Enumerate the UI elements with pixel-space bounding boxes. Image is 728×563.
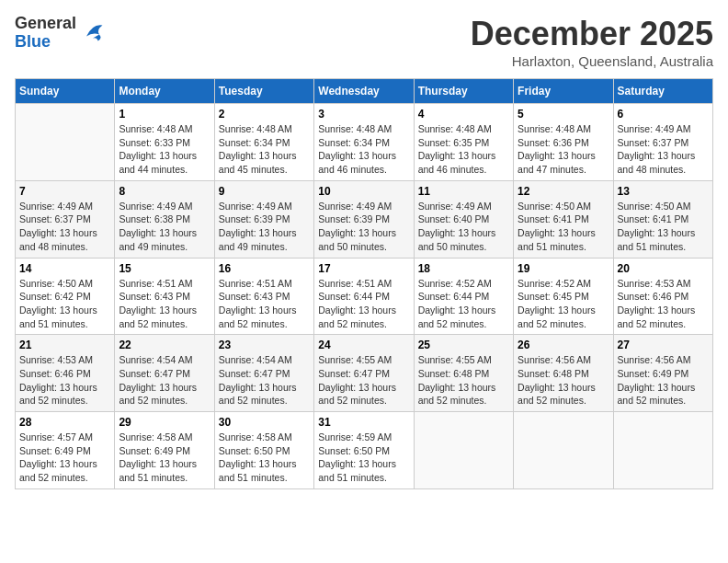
daylight-line2: and 51 minutes.: [119, 471, 210, 485]
day-number: 25: [418, 339, 509, 351]
day-number: 4: [418, 108, 509, 121]
sunrise-text: Sunrise: 4:51 AM: [219, 277, 310, 291]
day-info: Sunrise: 4:49 AMSunset: 6:37 PMDaylight:…: [19, 200, 110, 254]
day-number: 12: [518, 185, 609, 198]
daylight-line1: Daylight: 13 hours: [318, 226, 409, 240]
sunset-text: Sunset: 6:40 PM: [418, 213, 509, 226]
daylight-line1: Daylight: 13 hours: [418, 149, 509, 163]
day-info: Sunrise: 4:55 AMSunset: 6:48 PMDaylight:…: [418, 353, 509, 408]
calendar-cell: 27Sunrise: 4:56 AMSunset: 6:49 PMDayligh…: [613, 335, 712, 412]
calendar-cell: 11Sunrise: 4:49 AMSunset: 6:40 PMDayligh…: [414, 180, 513, 258]
daylight-line1: Daylight: 13 hours: [518, 149, 609, 163]
header-tuesday: Tuesday: [214, 79, 313, 104]
calendar-cell: 8Sunrise: 4:49 AMSunset: 6:38 PMDaylight…: [115, 180, 214, 258]
daylight-line2: and 52 minutes.: [318, 394, 409, 408]
day-info: Sunrise: 4:58 AMSunset: 6:50 PMDaylight:…: [219, 431, 310, 485]
daylight-line1: Daylight: 13 hours: [119, 226, 210, 240]
sunrise-text: Sunrise: 4:56 AM: [618, 353, 709, 367]
daylight-line2: and 45 minutes.: [219, 163, 310, 177]
header-friday: Friday: [514, 79, 613, 104]
day-number: 19: [518, 262, 609, 275]
day-info: Sunrise: 4:57 AMSunset: 6:49 PMDaylight:…: [19, 431, 110, 485]
sunrise-text: Sunrise: 4:52 AM: [418, 277, 509, 291]
sunset-text: Sunset: 6:45 PM: [518, 290, 609, 304]
calendar-cell: 28Sunrise: 4:57 AMSunset: 6:49 PMDayligh…: [16, 412, 115, 489]
daylight-line2: and 52 minutes.: [19, 471, 110, 485]
calendar-week-4: 21Sunrise: 4:53 AMSunset: 6:46 PMDayligh…: [16, 335, 713, 412]
calendar-week-1: 1Sunrise: 4:48 AMSunset: 6:33 PMDaylight…: [16, 104, 713, 181]
calendar-cell: [414, 412, 513, 489]
daylight-line1: Daylight: 13 hours: [119, 304, 210, 317]
day-info: Sunrise: 4:53 AMSunset: 6:46 PMDaylight:…: [618, 277, 709, 331]
daylight-line1: Daylight: 13 hours: [618, 381, 709, 395]
sunset-text: Sunset: 6:49 PM: [618, 367, 709, 381]
sunrise-text: Sunrise: 4:48 AM: [418, 122, 509, 136]
day-info: Sunrise: 4:56 AMSunset: 6:48 PMDaylight:…: [518, 353, 609, 408]
daylight-line2: and 48 minutes.: [618, 163, 709, 177]
sunset-text: Sunset: 6:44 PM: [418, 290, 509, 304]
daylight-line1: Daylight: 13 hours: [518, 381, 609, 395]
day-info: Sunrise: 4:49 AMSunset: 6:38 PMDaylight:…: [119, 200, 210, 254]
calendar-cell: 29Sunrise: 4:58 AMSunset: 6:49 PMDayligh…: [115, 412, 214, 489]
day-number: 8: [119, 185, 210, 198]
sunset-text: Sunset: 6:49 PM: [19, 444, 110, 458]
day-number: 7: [19, 185, 110, 198]
daylight-line2: and 50 minutes.: [318, 240, 409, 254]
calendar-cell: 3Sunrise: 4:48 AMSunset: 6:34 PMDaylight…: [314, 104, 414, 181]
sunset-text: Sunset: 6:34 PM: [318, 136, 409, 150]
calendar-cell: 21Sunrise: 4:53 AMSunset: 6:46 PMDayligh…: [16, 335, 115, 412]
day-number: 9: [219, 185, 310, 198]
daylight-line1: Daylight: 13 hours: [318, 457, 409, 471]
day-info: Sunrise: 4:52 AMSunset: 6:45 PMDaylight:…: [518, 277, 609, 331]
sunset-text: Sunset: 6:48 PM: [418, 367, 509, 381]
header-wednesday: Wednesday: [314, 79, 414, 104]
calendar-cell: 2Sunrise: 4:48 AMSunset: 6:34 PMDaylight…: [214, 104, 313, 181]
calendar-cell: 16Sunrise: 4:51 AMSunset: 6:43 PMDayligh…: [214, 258, 313, 335]
day-info: Sunrise: 4:59 AMSunset: 6:50 PMDaylight:…: [318, 431, 409, 485]
daylight-line1: Daylight: 13 hours: [518, 304, 609, 317]
header-monday: Monday: [115, 79, 214, 104]
sunset-text: Sunset: 6:47 PM: [219, 367, 310, 381]
sunrise-text: Sunrise: 4:52 AM: [518, 277, 609, 291]
day-info: Sunrise: 4:56 AMSunset: 6:49 PMDaylight:…: [618, 353, 709, 408]
day-number: 29: [119, 416, 210, 429]
sunrise-text: Sunrise: 4:54 AM: [119, 353, 210, 367]
sunrise-text: Sunrise: 4:51 AM: [318, 277, 409, 291]
sunset-text: Sunset: 6:39 PM: [219, 213, 310, 226]
day-number: 20: [618, 262, 709, 275]
calendar-cell: 7Sunrise: 4:49 AMSunset: 6:37 PMDaylight…: [16, 180, 115, 258]
daylight-line1: Daylight: 13 hours: [219, 149, 310, 163]
calendar-cell: 31Sunrise: 4:59 AMSunset: 6:50 PMDayligh…: [314, 412, 414, 489]
day-number: 22: [119, 339, 210, 351]
day-info: Sunrise: 4:54 AMSunset: 6:47 PMDaylight:…: [219, 353, 310, 408]
sunset-text: Sunset: 6:43 PM: [119, 290, 210, 304]
sunset-text: Sunset: 6:42 PM: [19, 290, 110, 304]
day-info: Sunrise: 4:49 AMSunset: 6:39 PMDaylight:…: [219, 200, 310, 254]
daylight-line1: Daylight: 13 hours: [418, 226, 509, 240]
day-info: Sunrise: 4:48 AMSunset: 6:34 PMDaylight:…: [318, 122, 409, 177]
day-number: 11: [418, 185, 509, 198]
daylight-line1: Daylight: 13 hours: [19, 457, 110, 471]
calendar-cell: [16, 104, 115, 181]
day-info: Sunrise: 4:54 AMSunset: 6:47 PMDaylight:…: [119, 353, 210, 408]
day-number: 13: [618, 185, 709, 198]
day-number: 26: [518, 339, 609, 351]
daylight-line1: Daylight: 13 hours: [518, 226, 609, 240]
daylight-line2: and 52 minutes.: [219, 317, 310, 331]
sunset-text: Sunset: 6:34 PM: [219, 136, 310, 150]
header-thursday: Thursday: [414, 79, 513, 104]
day-number: 18: [418, 262, 509, 275]
daylight-line2: and 52 minutes.: [119, 394, 210, 408]
sunset-text: Sunset: 6:37 PM: [618, 136, 709, 150]
sunrise-text: Sunrise: 4:50 AM: [19, 277, 110, 291]
calendar-cell: 30Sunrise: 4:58 AMSunset: 6:50 PMDayligh…: [214, 412, 313, 489]
sunset-text: Sunset: 6:36 PM: [518, 136, 609, 150]
day-number: 31: [318, 416, 409, 429]
calendar-cell: 20Sunrise: 4:53 AMSunset: 6:46 PMDayligh…: [613, 258, 712, 335]
sunset-text: Sunset: 6:46 PM: [618, 290, 709, 304]
sunset-text: Sunset: 6:43 PM: [219, 290, 310, 304]
sunrise-text: Sunrise: 4:49 AM: [318, 200, 409, 213]
daylight-line1: Daylight: 13 hours: [19, 381, 110, 395]
calendar-cell: 22Sunrise: 4:54 AMSunset: 6:47 PMDayligh…: [115, 335, 214, 412]
calendar-cell: 4Sunrise: 4:48 AMSunset: 6:35 PMDaylight…: [414, 104, 513, 181]
